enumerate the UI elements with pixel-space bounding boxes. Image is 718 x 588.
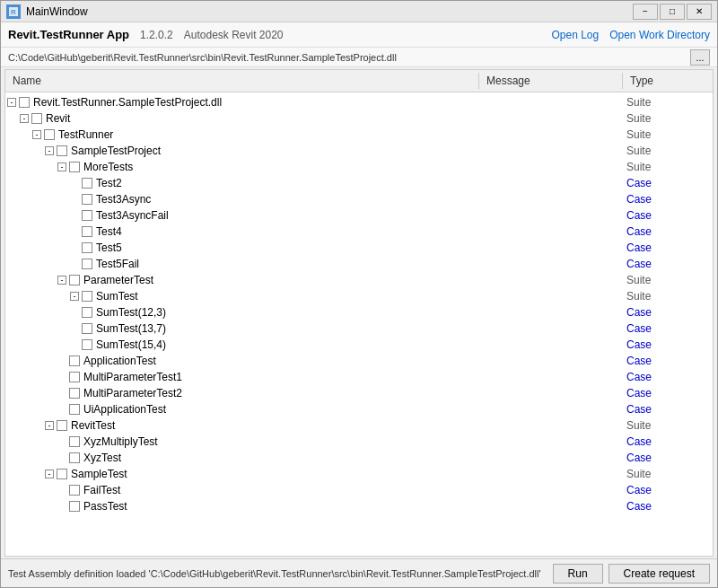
row-checkbox[interactable] (44, 129, 55, 140)
app-version: 1.2.0.2 (140, 29, 173, 41)
expand-icon[interactable]: - (57, 162, 66, 171)
row-label: SampleTest (71, 468, 127, 480)
expand-icon[interactable]: - (32, 130, 41, 139)
table-row: SumTest(13,7)Case (5, 320, 713, 337)
tree-cell-message (479, 247, 623, 249)
expand-icon[interactable]: - (20, 114, 29, 123)
minimize-button[interactable]: − (633, 4, 658, 20)
tree-cell-message (479, 295, 623, 297)
table-row: XyzTestCase (5, 450, 713, 466)
row-checkbox[interactable] (82, 210, 92, 221)
table-row: -TestRunnerSuite (5, 127, 713, 143)
tree-cell-type: Case (623, 305, 713, 320)
tree-cell-name: XyzTest (5, 451, 479, 465)
open-log-link[interactable]: Open Log (551, 29, 599, 41)
table-row: PassTestCase (5, 498, 713, 514)
browse-button[interactable]: ... (690, 49, 710, 66)
row-checkbox[interactable] (69, 162, 80, 172)
expand-icon[interactable]: - (45, 146, 54, 155)
row-checkbox[interactable] (82, 291, 92, 302)
expand-spacer (57, 405, 66, 414)
expand-spacer (57, 389, 66, 398)
table-row: -SampleTestSuite (5, 466, 713, 482)
row-label: SumTest(15,4) (96, 338, 166, 351)
tree-cell-type: Suite (623, 95, 713, 110)
row-label: SampleTestProject (71, 145, 161, 157)
row-checkbox[interactable] (69, 485, 80, 496)
close-button[interactable]: ✕ (687, 4, 712, 20)
expand-spacer (57, 486, 66, 495)
row-label: TestRunner (58, 128, 113, 141)
row-checkbox[interactable] (57, 145, 67, 156)
tree-cell-type: Suite (623, 273, 713, 287)
tree-cell-type: Suite (623, 289, 713, 303)
expand-spacer (57, 373, 66, 382)
row-checkbox[interactable] (57, 420, 67, 431)
row-label: SumTest (96, 290, 138, 303)
row-checkbox[interactable] (69, 436, 80, 447)
window-title: MainWindow (26, 5, 88, 18)
tree-cell-type: Case (623, 370, 713, 384)
tree-cell-name: SumTest(13,7) (5, 321, 479, 336)
expand-icon[interactable]: - (7, 98, 16, 107)
row-checkbox[interactable] (82, 323, 92, 334)
row-label: ParameterTest (83, 274, 153, 286)
row-checkbox[interactable] (82, 339, 92, 350)
row-checkbox[interactable] (31, 113, 42, 124)
menu-bar: Revit.TestRunner App 1.2.0.2 Autodesk Re… (1, 22, 717, 48)
tree-cell-type: Suite (623, 127, 713, 142)
expand-spacer (57, 356, 66, 365)
expand-icon[interactable]: - (70, 292, 79, 301)
main-window: R MainWindow − □ ✕ Revit.TestRunner App … (0, 0, 718, 588)
row-checkbox[interactable] (69, 275, 80, 285)
row-checkbox[interactable] (69, 372, 80, 382)
row-checkbox[interactable] (82, 226, 92, 237)
row-checkbox[interactable] (69, 452, 80, 463)
row-checkbox[interactable] (69, 355, 80, 366)
tree-cell-name: SumTest(15,4) (5, 338, 479, 352)
open-work-directory-link[interactable]: Open Work Directory (609, 29, 710, 41)
tree-cell-message (479, 198, 623, 200)
app-title: Revit.TestRunner App (8, 28, 129, 41)
tree-cell-name: -Revit.TestRunner.SampleTestProject.dll (5, 95, 479, 110)
table-row: -SumTestSuite (5, 288, 713, 304)
tree-cell-type: Suite (623, 144, 713, 158)
expand-spacer (70, 195, 79, 204)
row-checkbox[interactable] (57, 469, 67, 479)
table-row: -MoreTestsSuite (5, 159, 713, 175)
expand-icon[interactable]: - (45, 421, 54, 430)
row-checkbox[interactable] (82, 259, 92, 269)
expand-icon[interactable]: - (57, 276, 66, 285)
table-row: Test3AsyncFailCase (5, 207, 713, 224)
table-row: MultiParameterTest2Case (5, 385, 713, 401)
row-checkbox[interactable] (82, 307, 92, 318)
header-type: Type (623, 73, 713, 89)
row-checkbox[interactable] (69, 501, 80, 512)
create-request-button[interactable]: Create request (609, 564, 710, 584)
row-label: ApplicationTest (83, 355, 156, 367)
row-checkbox[interactable] (82, 242, 92, 253)
expand-spacer (70, 259, 79, 268)
row-checkbox[interactable] (82, 178, 92, 189)
row-checkbox[interactable] (19, 97, 30, 108)
table-row: XyzMultiplyTestCase (5, 434, 713, 450)
app-product: Autodesk Revit 2020 (184, 29, 284, 41)
table-row: UiApplicationTestCase (5, 401, 713, 417)
table-row: Test3AsyncCase (5, 191, 713, 207)
row-checkbox[interactable] (69, 388, 80, 399)
status-bar: Test Assembly definition loaded 'C:\Code… (1, 558, 717, 587)
row-label: Test3Async (96, 193, 151, 206)
table-row: MultiParameterTest1Case (5, 369, 713, 385)
table-row: SumTest(12,3)Case (5, 304, 713, 320)
tree-cell-name: -ParameterTest (5, 273, 479, 287)
maximize-button[interactable]: □ (660, 4, 685, 20)
tree-cell-message (479, 425, 623, 426)
row-checkbox[interactable] (82, 194, 92, 205)
expand-spacer (70, 308, 79, 317)
row-checkbox[interactable] (69, 404, 80, 415)
tree-cell-name: XyzMultiplyTest (5, 434, 479, 449)
table-row: -ParameterTestSuite (5, 272, 713, 288)
expand-icon[interactable]: - (45, 470, 54, 478)
run-button[interactable]: Run (553, 564, 603, 584)
table-row: -RevitTestSuite (5, 417, 713, 434)
